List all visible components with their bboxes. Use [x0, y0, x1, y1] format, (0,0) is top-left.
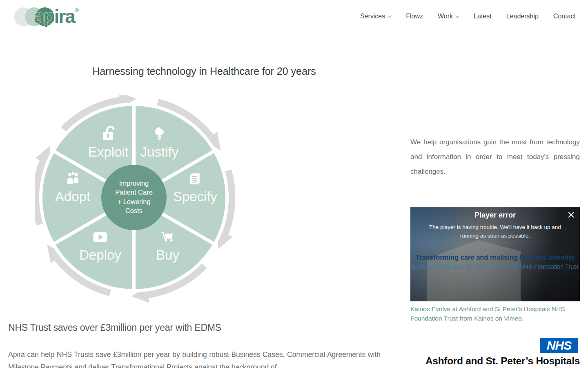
- nav-item-flowz[interactable]: Flowz: [406, 13, 423, 20]
- vimeo-link[interactable]: Vimeo: [504, 315, 522, 322]
- video-caption: Kainos Evolve at Ashford and St Peter's …: [410, 304, 580, 323]
- nav-item-work[interactable]: Work: [438, 13, 459, 20]
- nhs-logo-icon: NHS: [540, 338, 578, 353]
- play-icon: [94, 232, 107, 242]
- lifecycle-diagram-svg: JustifySpecifyBuyDeployAdoptExploitImpro…: [35, 95, 235, 305]
- chevron-down-icon: [388, 13, 392, 18]
- registered-mark: ®: [75, 7, 78, 13]
- video-player-embed[interactable]: Player error The player is having troubl…: [410, 207, 580, 301]
- segment-label: Exploit: [88, 144, 129, 159]
- video-subtitle: Evolve at Ashford & St. Peter's Hospital…: [410, 263, 580, 270]
- intro-text: We help organisations gain the most from…: [410, 135, 580, 179]
- center-text-line: Costs: [125, 207, 143, 214]
- right-column: We help organisations gain the most from…: [410, 135, 580, 368]
- building-photo: [427, 240, 521, 301]
- chevron-down-icon: [456, 13, 460, 18]
- player-error-message: The player is having trouble. We'll have…: [428, 223, 563, 240]
- segment-label: Adopt: [55, 189, 90, 204]
- apira-logo[interactable]: apira®: [14, 5, 78, 27]
- lifecycle-diagram: JustifySpecifyBuyDeployAdoptExploitImpro…: [35, 95, 235, 305]
- segment-label: Justify: [140, 144, 179, 159]
- player-error-title: Player error: [410, 211, 580, 220]
- close-icon[interactable]: ×: [567, 208, 575, 221]
- nav-item-leadership[interactable]: Leadership: [506, 13, 539, 20]
- article-body: Apira can help NHS Trusts save £3million…: [8, 348, 381, 368]
- author-link[interactable]: Kainos: [474, 315, 493, 322]
- caption-text: .: [522, 315, 523, 322]
- segment-label: Buy: [156, 247, 179, 263]
- center-text-line: Improving: [119, 180, 149, 187]
- site-header: apira® Services Flowz Work Latest Leader…: [0, 0, 588, 33]
- article-heading: NHS Trust saves over £3million per year …: [8, 322, 381, 333]
- segment-label: Deploy: [79, 247, 121, 263]
- nav-item-services[interactable]: Services: [360, 13, 391, 20]
- page: apira® Services Flowz Work Latest Leader…: [0, 0, 588, 368]
- video-title: Transforming care and realising financia…: [410, 254, 580, 261]
- caption-text: from: [458, 315, 474, 322]
- page-title: Harnessing technology in Healthcare for …: [0, 65, 408, 77]
- caption-text: on: [493, 315, 504, 322]
- document-icon: [190, 173, 200, 184]
- diagram-center: ImprovingPatient Care+ LoweringCosts: [101, 165, 167, 230]
- center-text-line: Patient Care: [115, 188, 153, 196]
- center-text-line: + Lowering: [117, 198, 150, 205]
- main-nav: Services Flowz Work Latest Leadership Co…: [360, 13, 576, 20]
- nhs-org-name: Ashford and St. Peter’s Hospitals: [410, 355, 580, 367]
- logo-wordmark: apira®: [34, 5, 78, 27]
- nav-item-latest[interactable]: Latest: [474, 13, 492, 20]
- nhs-trust-logo: NHS Ashford and St. Peter’s Hospitals NH…: [410, 338, 580, 368]
- article: NHS Trust saves over £3million per year …: [8, 322, 381, 368]
- segment-label: Specify: [173, 189, 218, 204]
- nav-item-contact[interactable]: Contact: [553, 13, 576, 20]
